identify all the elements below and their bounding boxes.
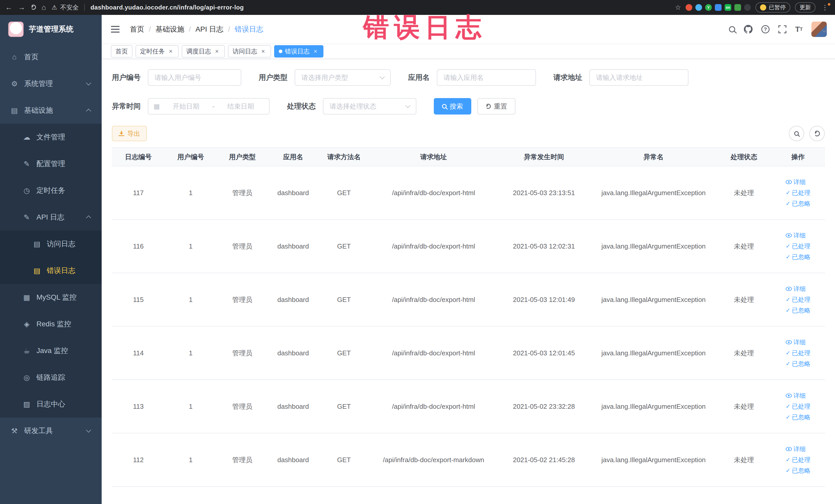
search-icon[interactable] <box>729 26 735 32</box>
sidebar-item-error-log[interactable]: ▤错误日志 <box>0 257 102 284</box>
extension-on-badge-icon[interactable]: on <box>725 4 731 11</box>
cell-exception: java.lang.IllegalArgumentException <box>590 273 717 326</box>
action-detail-link[interactable]: 详细 <box>786 178 806 186</box>
security-chip[interactable]: ⚠ 不安全 <box>52 3 79 12</box>
cell-time: 2021-05-02 23:32:28 <box>497 380 590 433</box>
table-header-row: 日志编号用户编号用户类型应用名请求方法名请求地址异常发生时间异常名处理状态操作 <box>112 148 825 166</box>
logo[interactable]: 芋道管理系统 <box>0 15 102 44</box>
bookmark-star-icon[interactable]: ☆ <box>675 4 681 12</box>
breadcrumb-item[interactable]: 基础设施 <box>156 24 184 34</box>
extension-green-y-icon[interactable]: Y <box>705 4 712 11</box>
action-processed-link[interactable]: ✓已处理 <box>786 349 810 357</box>
browser-menu-icon[interactable]: ⋮ <box>820 4 830 12</box>
tab-scheduled-task[interactable]: 定时任务× <box>136 45 179 58</box>
sidebar-item-access-log[interactable]: ▤访问日志 <box>0 230 102 257</box>
sidebar-item-trace[interactable]: ◎链路追踪 <box>0 364 102 391</box>
action-processed-link[interactable]: ✓已处理 <box>786 242 810 250</box>
tab-access-log[interactable]: 访问日志× <box>228 45 271 58</box>
action-detail-link[interactable]: 详细 <box>786 285 806 293</box>
extension-green-leaf-icon[interactable] <box>734 4 741 11</box>
sidebar-item-config-mgmt[interactable]: ✎配置管理 <box>0 150 102 177</box>
sidebar-item-api-log[interactable]: ✎API 日志 <box>0 204 102 230</box>
export-button[interactable]: 导出 <box>112 126 147 141</box>
cell-method: GET <box>318 326 370 380</box>
cell-method: GET <box>318 273 370 326</box>
action-ignored-link[interactable]: ✓已忽略 <box>786 200 810 208</box>
action-ignored-link[interactable]: ✓已忽略 <box>786 413 810 421</box>
reload-icon[interactable] <box>31 4 36 11</box>
sidebar-item-system-mgmt[interactable]: ⚙系统管理 <box>0 70 102 97</box>
cell-user_type: 管理员 <box>217 326 268 380</box>
extension-blue-drop-icon[interactable] <box>695 4 702 11</box>
process-status-select[interactable]: 请选择处理状态 <box>323 98 416 115</box>
action-detail-link[interactable]: 详细 <box>786 231 806 240</box>
action-processed-link[interactable]: ✓已处理 <box>786 402 810 410</box>
refresh-button[interactable] <box>809 126 825 141</box>
action-processed-link[interactable]: ✓已处理 <box>786 189 810 197</box>
sidebar-item-infrastructure[interactable]: ▤基础设施 <box>0 97 102 124</box>
action-ignored-link[interactable]: ✓已忽略 <box>786 466 810 475</box>
table-row: 1151管理员dashboardGET/api/infra/db-doc/exp… <box>112 273 825 326</box>
action-detail-link[interactable]: 详细 <box>786 338 806 346</box>
extension-orange-icon[interactable] <box>686 4 692 11</box>
fullscreen-icon[interactable] <box>778 25 787 33</box>
close-icon[interactable]: × <box>312 48 319 55</box>
tab-home[interactable]: 首页 <box>111 45 133 58</box>
action-processed-link[interactable]: ✓已处理 <box>786 296 810 304</box>
extension-blue-grid-icon[interactable] <box>715 4 721 11</box>
user-id-input[interactable] <box>148 69 241 86</box>
toggle-search-button[interactable] <box>789 126 804 141</box>
search-button[interactable]: 搜索 <box>434 98 471 115</box>
user-type-select[interactable]: 请选择用户类型 <box>295 69 391 86</box>
monkey-emoji-icon <box>760 4 766 11</box>
back-icon[interactable]: ← <box>5 4 12 11</box>
reset-button[interactable]: 重置 <box>477 98 515 115</box>
app-name-input[interactable] <box>437 69 536 86</box>
warning-icon: ⚠ <box>52 4 57 11</box>
font-size-icon[interactable]: TT <box>795 25 803 34</box>
cell-user_id: 1 <box>165 326 217 380</box>
action-ignored-link[interactable]: ✓已忽略 <box>786 253 810 261</box>
help-icon[interactable]: ? <box>761 25 770 33</box>
cell-app_name: dashboard <box>268 220 318 273</box>
sidebar-item-log-center[interactable]: ▨日志中心 <box>0 391 102 418</box>
action-processed-link[interactable]: ✓已处理 <box>786 456 810 464</box>
action-detail-link[interactable]: 详细 <box>786 445 806 453</box>
tab-schedule-log[interactable]: 调度日志× <box>182 45 225 58</box>
tab-error-log[interactable]: 错误日志× <box>274 45 323 58</box>
action-detail-link[interactable]: 详细 <box>786 391 806 400</box>
update-pill-button[interactable]: 更新 <box>795 2 815 13</box>
request-url-input[interactable] <box>589 69 688 86</box>
close-icon[interactable]: × <box>213 48 220 55</box>
home-icon[interactable]: ⌂ <box>42 4 46 11</box>
cell-actions: 详细✓已处理✓已忽略 <box>771 220 825 273</box>
sidebar-item-mysql-monitor[interactable]: ▦MySQL 监控 <box>0 284 102 311</box>
check-icon: ✓ <box>786 297 790 302</box>
extension-icons: Yon <box>686 4 751 11</box>
breadcrumb-item[interactable]: 错误日志 <box>235 24 263 34</box>
sidebar-item-file-mgmt[interactable]: ☁文件管理 <box>0 124 102 150</box>
cell-method: GET <box>318 220 370 273</box>
sidebar-item-scheduled-task[interactable]: ◷定时任务 <box>0 177 102 204</box>
table-toolbar: 导出 <box>112 126 825 141</box>
action-ignored-link[interactable]: ✓已忽略 <box>786 306 810 315</box>
cell-user_id: 1 <box>165 273 217 326</box>
action-ignored-link[interactable]: ✓已忽略 <box>786 360 810 368</box>
close-icon[interactable]: × <box>260 48 266 55</box>
forward-icon[interactable]: → <box>18 4 25 11</box>
url-text[interactable]: dashboard.yudao.iocoder.cn/infra/log/api… <box>90 4 244 11</box>
breadcrumb-item[interactable]: 首页 <box>130 24 144 34</box>
breadcrumb-item[interactable]: API 日志 <box>196 24 224 34</box>
extension-pin-icon[interactable] <box>744 4 751 11</box>
close-icon[interactable]: × <box>167 48 174 55</box>
sidebar-item-java-monitor[interactable]: ☕Java 监控 <box>0 337 102 364</box>
sidebar-item-home[interactable]: ⌂首页 <box>0 44 102 70</box>
sidebar-item-redis-monitor[interactable]: ◈Redis 监控 <box>0 311 102 337</box>
github-icon[interactable] <box>744 25 753 34</box>
sidebar-item-dev-tools[interactable]: ⚒研发工具 <box>0 418 102 444</box>
exception-time-range-picker[interactable]: ▦ 开始日期 - 结束日期 <box>148 98 269 115</box>
cell-actions: 详细✓已处理✓已忽略 <box>771 326 825 380</box>
process-status-placeholder: 请选择处理状态 <box>330 102 376 111</box>
collapse-sidebar-icon[interactable] <box>111 26 120 33</box>
paused-pill-button[interactable]: 已暂停 <box>755 2 790 13</box>
